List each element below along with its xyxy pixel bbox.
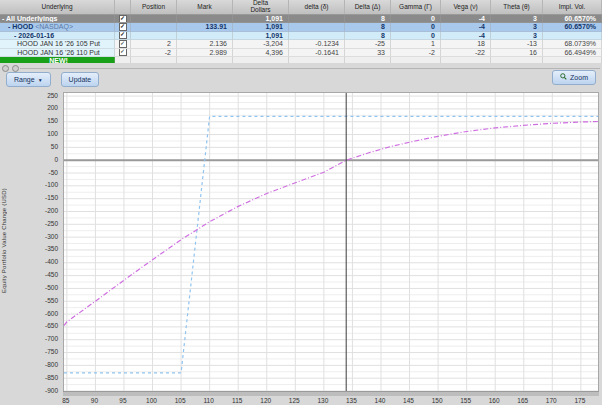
mark-cell xyxy=(177,15,233,23)
column-header-theta-[interactable]: Theta (θ) xyxy=(491,0,543,14)
y-tick-label: 100 xyxy=(47,130,58,137)
y-axis-ticks: 250200150100500-50-100-150-200-250-300-3… xyxy=(14,92,60,390)
theta-cell: 3 xyxy=(491,23,543,31)
risk-profile-plot xyxy=(64,93,598,391)
checkbox-cell: ✓ xyxy=(115,15,131,23)
impl-vol-cell: 66.4949% xyxy=(543,49,602,57)
row-checkbox[interactable]: ✓ xyxy=(119,23,127,31)
column-header-delta-[interactable]: Delta (Δ) xyxy=(345,0,391,14)
zoom-button-label: Zoom xyxy=(570,72,588,84)
column-header-impl-vol-[interactable]: Impl. Vol. xyxy=(543,0,602,14)
zoom-button[interactable]: Zoom xyxy=(552,70,596,85)
checkbox-cell: ✓ xyxy=(115,40,131,48)
column-header-vega-[interactable]: Vega (ν) xyxy=(441,0,491,14)
gamma-cell: 0 xyxy=(391,32,441,40)
positions-table-body: - All Underlyings✓1,09180-4360.6570%- HO… xyxy=(0,15,602,65)
underlying-cell: HOOD JAN 16 '26 110 Put xyxy=(0,49,115,57)
update-button[interactable]: Update xyxy=(61,72,100,87)
column-header-delta-[interactable]: delta (δ) xyxy=(289,0,345,14)
position-cell xyxy=(131,23,177,31)
checkbox-cell: ✓ xyxy=(115,23,131,31)
underlying-cell: - 2026-01-16 xyxy=(0,32,115,40)
delta-s-cell: -0.1234 xyxy=(289,40,345,48)
position-cell: 2 xyxy=(131,40,177,48)
row-checkbox[interactable]: ✓ xyxy=(119,49,127,57)
y-tick-label: -150 xyxy=(45,194,58,201)
panel-divider xyxy=(20,68,600,69)
x-tick-label: 100 xyxy=(146,397,157,404)
impl-vol-cell xyxy=(543,32,602,40)
range-button[interactable]: Range ▼ xyxy=(6,72,51,87)
checkbox-cell: ✓ xyxy=(115,32,131,40)
y-tick-label: -50 xyxy=(49,169,58,176)
y-tick-label: -650 xyxy=(45,322,58,329)
x-axis-ticks: 8590951001051101151201251301351401451501… xyxy=(63,397,599,405)
row-checkbox[interactable]: ✓ xyxy=(119,32,127,40)
column-header-underlying[interactable]: Underlying xyxy=(0,0,115,14)
risk-profile-window: UnderlyingPositionMarkDelta Dollarsdelta… xyxy=(0,0,602,405)
table-row-expiry[interactable]: - 2026-01-16✓1,09180-43 xyxy=(0,32,602,40)
x-tick-label: 130 xyxy=(317,397,328,404)
panel-controls xyxy=(2,64,19,72)
mark-cell: 133.91 xyxy=(177,23,233,31)
vega-cell: 18 xyxy=(441,40,491,48)
y-tick-label: -750 xyxy=(45,348,58,355)
vega-cell: -4 xyxy=(441,32,491,40)
x-tick-label: 105 xyxy=(175,397,186,404)
x-tick-label: 155 xyxy=(460,397,471,404)
y-tick-label: -100 xyxy=(45,181,58,188)
mark-cell xyxy=(177,32,233,40)
x-tick-label: 160 xyxy=(489,397,500,404)
magnifier-icon xyxy=(560,72,567,84)
table-row-option[interactable]: HOOD JAN 16 '26 110 Put✓-22.9894,396-0.1… xyxy=(0,49,602,57)
row-checkbox[interactable]: ✓ xyxy=(119,40,127,48)
panel-settings-icon[interactable] xyxy=(12,65,19,72)
delta-s-cell xyxy=(289,32,345,40)
column-header-delta-dollars[interactable]: Delta Dollars xyxy=(233,0,289,14)
panel-collapse-icon[interactable] xyxy=(2,65,9,72)
column-header-checkbox[interactable] xyxy=(115,0,131,14)
y-tick-label: -500 xyxy=(45,284,58,291)
mark-cell: 2.989 xyxy=(177,49,233,57)
delta-cell: 33 xyxy=(345,49,391,57)
delta-dollars-cell: 4,396 xyxy=(233,49,289,57)
theta-cell: -13 xyxy=(491,40,543,48)
gamma-cell: -2 xyxy=(391,49,441,57)
y-axis-title: Equity Portfolio Value Change (USD) xyxy=(1,92,7,390)
table-row-total[interactable]: - All Underlyings✓1,09180-4360.6570% xyxy=(0,15,602,23)
row-checkbox[interactable]: ✓ xyxy=(119,15,127,23)
impl-vol-cell: 60.6570% xyxy=(543,23,602,31)
vega-cell: -4 xyxy=(441,23,491,31)
delta-cell: -25 xyxy=(345,40,391,48)
update-button-label: Update xyxy=(69,74,92,86)
table-row-option[interactable]: HOOD JAN 16 '26 105 Put✓22.136-3,204-0.1… xyxy=(0,40,602,48)
x-tick-label: 115 xyxy=(232,397,242,404)
gamma-cell: 1 xyxy=(391,40,441,48)
impl-vol-cell: 68.0739% xyxy=(543,40,602,48)
x-axis-band xyxy=(63,391,599,396)
y-tick-label: -800 xyxy=(45,361,58,368)
plot-area[interactable] xyxy=(63,92,599,392)
y-tick-label: -700 xyxy=(45,335,58,342)
delta-dollars-cell: 1,091 xyxy=(233,23,289,31)
positions-table-header: UnderlyingPositionMarkDelta Dollarsdelta… xyxy=(0,0,602,15)
theta-cell: 16 xyxy=(491,49,543,57)
column-header-mark[interactable]: Mark xyxy=(177,0,233,14)
x-tick-label: 120 xyxy=(260,397,271,404)
at-expiration-line xyxy=(64,116,598,373)
column-header-gamma-[interactable]: Gamma (Γ) xyxy=(391,0,441,14)
y-tick-label: -350 xyxy=(45,245,58,252)
exchange-label: <NASDAQ> xyxy=(33,23,73,30)
y-tick-label: 150 xyxy=(47,117,58,124)
x-tick-label: 165 xyxy=(517,397,528,404)
y-tick-label: 0 xyxy=(54,156,58,163)
theta-cell: 3 xyxy=(491,32,543,40)
x-tick-label: 135 xyxy=(346,397,357,404)
checkbox-cell: ✓ xyxy=(115,49,131,57)
x-tick-label: 95 xyxy=(119,397,126,404)
underlying-cell: - All Underlyings xyxy=(0,15,115,23)
column-header-position[interactable]: Position xyxy=(131,0,177,14)
y-tick-label: -400 xyxy=(45,258,58,265)
positions-table: UnderlyingPositionMarkDelta Dollarsdelta… xyxy=(0,0,602,65)
table-row-symbol[interactable]: - HOOD <NASDAQ>✓133.911,09180-4360.6570% xyxy=(0,23,602,31)
